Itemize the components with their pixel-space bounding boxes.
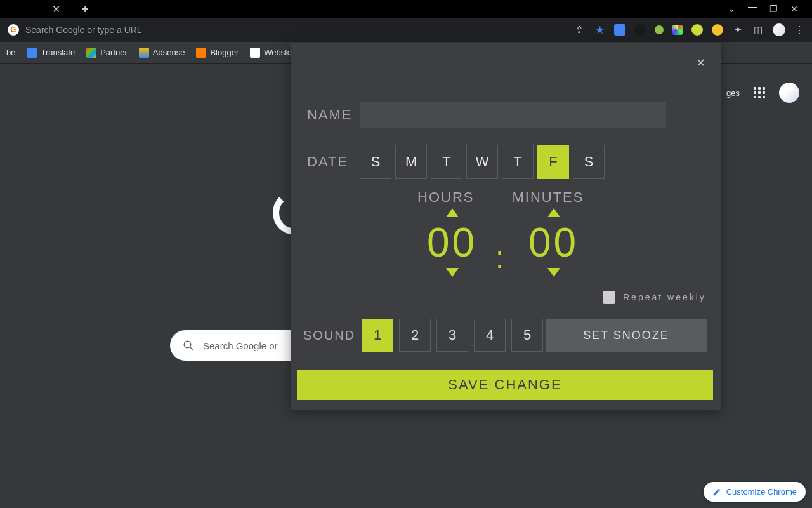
sound-option-2[interactable]: 2 (399, 319, 431, 352)
repeat-weekly-label: Repeat weekly (623, 292, 706, 302)
menu-icon[interactable]: ⋮ (794, 24, 804, 36)
bookmark-item[interactable]: Adsense (139, 48, 185, 58)
ntp-link[interactable]: ges (726, 88, 740, 98)
sound-option-4[interactable]: 4 (474, 319, 506, 352)
bookmark-item[interactable]: Partner (86, 48, 128, 58)
date-label: DATE (307, 154, 348, 170)
maximize-icon[interactable]: ❐ (769, 4, 778, 14)
tab-close-icon[interactable]: ✕ (52, 3, 60, 15)
new-tab-button[interactable]: + (82, 3, 89, 16)
set-snooze-button[interactable]: SET SNOOZE (546, 319, 707, 352)
day-5[interactable]: F (537, 145, 569, 179)
day-1[interactable]: M (395, 145, 427, 179)
close-window-icon[interactable]: ✕ (790, 4, 798, 14)
minutes-down-button[interactable] (547, 268, 560, 277)
profile-avatar[interactable] (773, 23, 785, 36)
bookmark-item[interactable]: be (6, 48, 15, 57)
day-4[interactable]: T (502, 145, 534, 179)
day-3[interactable]: W (466, 145, 498, 179)
svg-point-0 (184, 341, 191, 348)
omnibox-row: G Search Google or type a URL ⇪ ★ ✦ ◫ ⋮ (0, 18, 812, 42)
bookmark-star-icon[interactable]: ★ (594, 24, 605, 36)
minutes-label: MINUTES (512, 189, 584, 206)
customize-chrome-button[interactable]: Customize Chrome (704, 482, 806, 502)
account-avatar[interactable] (779, 83, 799, 103)
hours-value: 00 (427, 222, 477, 263)
hours-up-button[interactable] (446, 208, 459, 217)
name-label: NAME (307, 107, 353, 123)
time-colon: : (495, 240, 504, 275)
hours-label: HOURS (417, 189, 474, 206)
extension-icon-2[interactable] (634, 24, 646, 36)
google-icon: G (8, 24, 19, 36)
minutes-value: 00 (528, 222, 579, 263)
extension-icon-1[interactable] (614, 24, 625, 36)
chevron-down-icon[interactable]: ⌄ (728, 4, 735, 14)
sound-option-5[interactable]: 5 (511, 319, 543, 352)
name-input[interactable] (360, 102, 666, 128)
repeat-weekly-checkbox[interactable] (603, 291, 615, 304)
search-icon (183, 340, 194, 351)
pencil-icon (712, 488, 721, 497)
day-0[interactable]: S (360, 145, 391, 179)
omnibox-input[interactable]: Search Google or type a URL (25, 25, 142, 35)
bookmark-item[interactable]: Blogger (196, 48, 239, 58)
sidepanel-icon[interactable]: ◫ (752, 24, 764, 36)
window-titlebar: ✕ + ⌄ — ❐ ✕ (0, 0, 812, 18)
sound-label: SOUND (303, 328, 355, 343)
minimize-icon[interactable]: — (748, 1, 757, 11)
extension-icon-5[interactable] (691, 24, 703, 36)
bookmark-item[interactable]: Translate (27, 48, 75, 58)
extensions-icon[interactable]: ✦ (732, 24, 743, 36)
sound-selector: 12345 (362, 319, 543, 352)
extension-icon-6[interactable] (712, 24, 723, 36)
day-2[interactable]: T (431, 145, 462, 179)
sound-option-3[interactable]: 3 (436, 319, 468, 352)
alarm-popup: ✕ NAME DATE SMTWTFS HOURS MINUTES 00 : 0… (291, 43, 721, 410)
extension-icon-4[interactable] (672, 25, 683, 35)
share-icon[interactable]: ⇪ (573, 24, 585, 36)
close-icon[interactable]: ✕ (696, 56, 705, 70)
apps-grid-icon[interactable] (754, 87, 765, 98)
day-selector: SMTWTFS (360, 145, 605, 179)
extension-icon-3[interactable] (655, 25, 664, 34)
svg-line-1 (190, 347, 193, 350)
day-6[interactable]: S (573, 145, 605, 179)
minutes-up-button[interactable] (547, 208, 560, 217)
sound-option-1[interactable]: 1 (362, 319, 393, 352)
save-button[interactable]: SAVE CHANGE (297, 370, 713, 400)
hours-down-button[interactable] (446, 268, 459, 277)
